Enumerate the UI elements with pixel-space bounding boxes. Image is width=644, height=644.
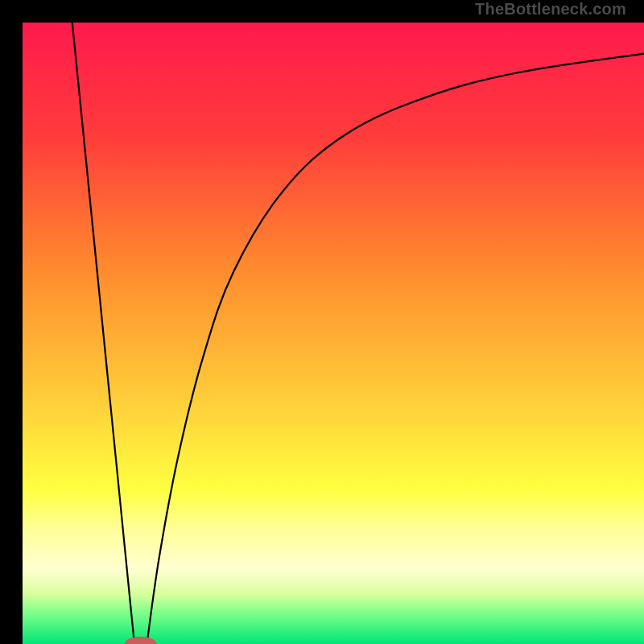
bottleneck-marker <box>125 637 157 644</box>
curve-layer <box>23 23 644 644</box>
watermark-text: TheBottleneck.com <box>475 0 626 19</box>
chart-frame <box>11 11 633 633</box>
left-leg-path <box>72 23 134 644</box>
right-curve-path <box>147 54 644 644</box>
plot-area <box>23 23 644 644</box>
